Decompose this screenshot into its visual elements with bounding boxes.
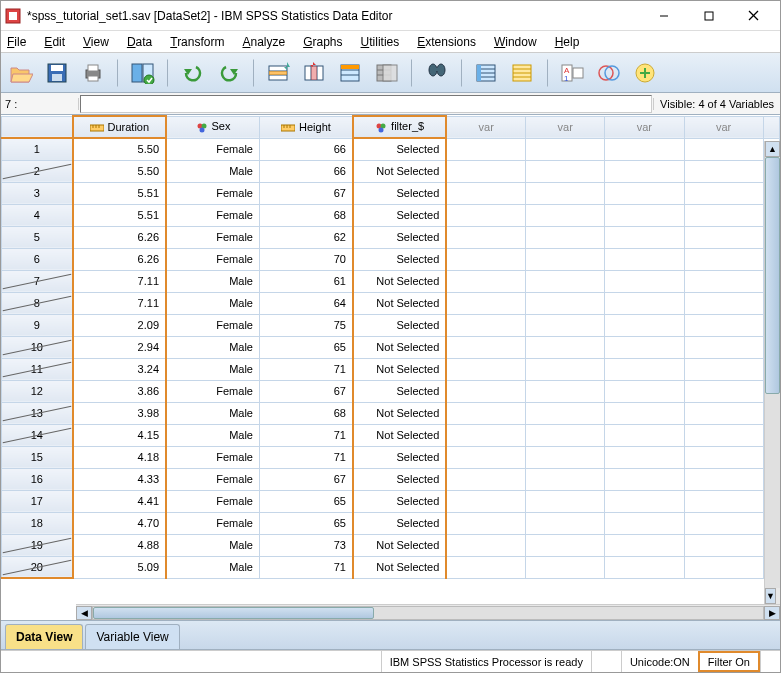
vscroll-thumb[interactable] xyxy=(765,157,780,394)
cell-empty[interactable] xyxy=(605,446,684,468)
open-button[interactable] xyxy=(7,59,35,87)
scroll-down-button[interactable]: ▼ xyxy=(765,588,776,604)
row-header[interactable]: 2 xyxy=(2,160,73,182)
cell-filter[interactable]: Selected xyxy=(353,490,446,512)
row-header[interactable]: 9 xyxy=(2,314,73,336)
cell-empty[interactable] xyxy=(526,292,605,314)
cell-empty[interactable] xyxy=(605,248,684,270)
cell-empty[interactable] xyxy=(605,380,684,402)
col-var[interactable]: var xyxy=(684,116,763,138)
cell-height[interactable]: 71 xyxy=(259,446,352,468)
cell-empty[interactable] xyxy=(684,270,763,292)
run-button[interactable] xyxy=(373,59,401,87)
cell-sex[interactable]: Female xyxy=(166,446,259,468)
cell-duration[interactable]: 5.51 xyxy=(73,204,166,226)
hscroll-thumb[interactable] xyxy=(93,607,374,619)
scroll-up-button[interactable]: ▲ xyxy=(765,141,780,157)
cell-empty[interactable] xyxy=(526,182,605,204)
cell-height[interactable]: 73 xyxy=(259,534,352,556)
cell-empty[interactable] xyxy=(526,226,605,248)
cell-height[interactable]: 68 xyxy=(259,204,352,226)
col-height[interactable]: Height xyxy=(259,116,352,138)
cell-filter[interactable]: Not Selected xyxy=(353,336,446,358)
col-sex[interactable]: Sex xyxy=(166,116,259,138)
cell-empty[interactable] xyxy=(446,358,525,380)
cell-filter[interactable]: Not Selected xyxy=(353,160,446,182)
cell-empty[interactable] xyxy=(446,446,525,468)
cell-empty[interactable] xyxy=(605,138,684,160)
cell-empty[interactable] xyxy=(684,380,763,402)
cell-empty[interactable] xyxy=(684,248,763,270)
cell-empty[interactable] xyxy=(446,424,525,446)
cell-empty[interactable] xyxy=(446,402,525,424)
row-header[interactable]: 19 xyxy=(2,534,73,556)
cell-value-input[interactable] xyxy=(80,95,652,113)
cell-sex[interactable]: Male xyxy=(166,292,259,314)
cell-duration[interactable]: 4.15 xyxy=(73,424,166,446)
maximize-button[interactable] xyxy=(686,2,731,30)
cell-empty[interactable] xyxy=(446,160,525,182)
cell-empty[interactable] xyxy=(526,204,605,226)
cell-filter[interactable]: Not Selected xyxy=(353,270,446,292)
menu-transform[interactable]: Transform xyxy=(170,35,224,49)
col-duration[interactable]: Duration xyxy=(73,116,166,138)
cell-empty[interactable] xyxy=(605,468,684,490)
tab-variable-view[interactable]: Variable View xyxy=(85,624,179,649)
cell-filter[interactable]: Not Selected xyxy=(353,534,446,556)
cell-duration[interactable]: 5.50 xyxy=(73,160,166,182)
cell-empty[interactable] xyxy=(526,556,605,578)
cell-height[interactable]: 67 xyxy=(259,182,352,204)
cell-empty[interactable] xyxy=(526,402,605,424)
row-header[interactable]: 10 xyxy=(2,336,73,358)
cell-empty[interactable] xyxy=(605,512,684,534)
variables-button[interactable] xyxy=(337,59,365,87)
goto-case-button[interactable] xyxy=(265,59,293,87)
cell-empty[interactable] xyxy=(684,182,763,204)
cell-height[interactable]: 66 xyxy=(259,138,352,160)
cell-empty[interactable] xyxy=(684,512,763,534)
cell-height[interactable]: 70 xyxy=(259,248,352,270)
cell-duration[interactable]: 2.09 xyxy=(73,314,166,336)
vertical-scrollbar[interactable]: ▲ ▼ xyxy=(764,141,780,604)
row-header[interactable]: 11 xyxy=(2,358,73,380)
col-var[interactable]: var xyxy=(446,116,525,138)
cell-sex[interactable]: Male xyxy=(166,160,259,182)
cell-sex[interactable]: Male xyxy=(166,336,259,358)
cell-empty[interactable] xyxy=(446,182,525,204)
cell-duration[interactable]: 6.26 xyxy=(73,248,166,270)
cell-empty[interactable] xyxy=(684,446,763,468)
cell-filter[interactable]: Not Selected xyxy=(353,358,446,380)
cell-sex[interactable]: Female xyxy=(166,380,259,402)
row-header[interactable]: 16 xyxy=(2,468,73,490)
cell-duration[interactable]: 4.88 xyxy=(73,534,166,556)
cell-empty[interactable] xyxy=(684,402,763,424)
cell-empty[interactable] xyxy=(526,336,605,358)
row-header[interactable]: 12 xyxy=(2,380,73,402)
row-header[interactable]: 4 xyxy=(2,204,73,226)
use-sets-button[interactable] xyxy=(595,59,623,87)
cell-empty[interactable] xyxy=(684,336,763,358)
cell-empty[interactable] xyxy=(684,424,763,446)
cell-empty[interactable] xyxy=(526,512,605,534)
cell-empty[interactable] xyxy=(526,270,605,292)
cell-sex[interactable]: Male xyxy=(166,556,259,578)
cell-duration[interactable]: 4.18 xyxy=(73,446,166,468)
cell-height[interactable]: 67 xyxy=(259,468,352,490)
cell-empty[interactable] xyxy=(446,226,525,248)
row-header[interactable]: 14 xyxy=(2,424,73,446)
cell-empty[interactable] xyxy=(605,226,684,248)
cell-height[interactable]: 75 xyxy=(259,314,352,336)
cell-empty[interactable] xyxy=(526,534,605,556)
cell-filter[interactable]: Selected xyxy=(353,248,446,270)
cell-duration[interactable]: 5.50 xyxy=(73,138,166,160)
cell-sex[interactable]: Female xyxy=(166,314,259,336)
cell-empty[interactable] xyxy=(684,160,763,182)
cell-empty[interactable] xyxy=(446,468,525,490)
menu-extensions[interactable]: Extensions xyxy=(417,35,476,49)
cell-empty[interactable] xyxy=(684,226,763,248)
cell-filter[interactable]: Selected xyxy=(353,182,446,204)
menu-utilities[interactable]: Utilities xyxy=(361,35,400,49)
cell-empty[interactable] xyxy=(684,468,763,490)
cell-sex[interactable]: Female xyxy=(166,182,259,204)
cell-empty[interactable] xyxy=(446,314,525,336)
